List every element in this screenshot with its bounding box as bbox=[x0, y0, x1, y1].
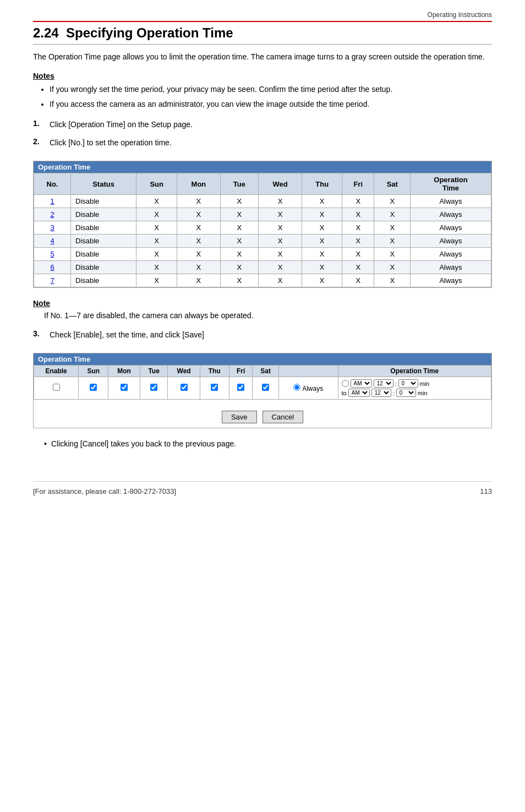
row-sun: X bbox=[136, 195, 177, 208]
form-sun-cell bbox=[79, 377, 108, 400]
row-sat: X bbox=[374, 195, 411, 208]
always-radio[interactable] bbox=[293, 384, 300, 391]
cancel-note-text: Clicking [Cancel] takes you back to the … bbox=[51, 439, 236, 448]
form-op-time-cell: AMPM 121234567891011 : 0153045 min bbox=[338, 377, 491, 400]
row-no[interactable]: 7 bbox=[34, 274, 71, 287]
tue-checkbox[interactable] bbox=[150, 384, 157, 391]
enable-checkbox[interactable] bbox=[53, 384, 60, 391]
row-sat: X bbox=[374, 248, 411, 261]
col-mon: Mon bbox=[177, 173, 220, 195]
note-text-2: If No. 1—7 are disabled, the camera can … bbox=[44, 310, 492, 321]
to-time-row: to AMPM 121234567891011 : 0153045 bbox=[342, 389, 488, 397]
row-thu: X bbox=[302, 261, 342, 274]
row-status: Disable bbox=[71, 235, 136, 248]
col-sat: Sat bbox=[374, 173, 411, 195]
row-no[interactable]: 5 bbox=[34, 248, 71, 261]
row-mon: X bbox=[177, 195, 220, 208]
to-min-select[interactable]: 0153045 bbox=[396, 389, 416, 397]
row-op-time: Always bbox=[411, 248, 491, 261]
row-wed: X bbox=[258, 221, 302, 235]
row-thu: X bbox=[302, 274, 342, 287]
form-fri-cell bbox=[229, 377, 252, 400]
save-button[interactable]: Save bbox=[222, 411, 257, 423]
col-fri: Fri bbox=[342, 173, 374, 195]
row-thu: X bbox=[302, 235, 342, 248]
row-thu: X bbox=[302, 221, 342, 235]
row-sat: X bbox=[374, 208, 411, 221]
from-time-row: AMPM 121234567891011 : 0153045 min bbox=[342, 379, 488, 388]
from-hour-select[interactable]: 121234567891011 bbox=[374, 379, 393, 388]
row-no[interactable]: 4 bbox=[34, 235, 71, 248]
row-sun: X bbox=[136, 208, 177, 221]
form-sat-cell bbox=[253, 377, 279, 400]
row-tue: X bbox=[220, 274, 258, 287]
mon-checkbox[interactable] bbox=[121, 384, 128, 391]
row-op-time: Always bbox=[411, 195, 491, 208]
row-tue: X bbox=[220, 208, 258, 221]
cancel-button[interactable]: Cancel bbox=[262, 411, 303, 423]
wed-checkbox[interactable] bbox=[181, 384, 188, 391]
notes-heading: Notes bbox=[33, 72, 492, 80]
row-status: Disable bbox=[71, 195, 136, 208]
step-1-text: Click [Operation Time] on the Setup page… bbox=[50, 119, 193, 130]
operation-table-wrapper: Operation Time No. Status Sun Mon Tue We… bbox=[33, 161, 492, 288]
row-mon: X bbox=[177, 208, 220, 221]
note-heading-2: Note bbox=[33, 299, 492, 308]
row-fri: X bbox=[342, 208, 374, 221]
form-tue-cell bbox=[140, 377, 168, 400]
row-no[interactable]: 3 bbox=[34, 221, 71, 235]
row-fri: X bbox=[342, 235, 374, 248]
from-min-select[interactable]: 0153045 bbox=[398, 379, 418, 388]
row-tue: X bbox=[220, 248, 258, 261]
row-wed: X bbox=[258, 248, 302, 261]
col-tue: Tue bbox=[220, 173, 258, 195]
row-op-time: Always bbox=[411, 235, 491, 248]
notes-block: Notes If you wrongly set the time period… bbox=[33, 72, 492, 110]
row-wed: X bbox=[258, 195, 302, 208]
to-colon: : bbox=[393, 390, 395, 396]
thu-checkbox[interactable] bbox=[211, 384, 218, 391]
row-mon: X bbox=[177, 248, 220, 261]
form-table-title: Operation Time bbox=[34, 353, 491, 365]
form-mon-cell bbox=[108, 377, 140, 400]
row-fri: X bbox=[342, 221, 374, 235]
row-fri: X bbox=[342, 248, 374, 261]
to-hour-select[interactable]: 121234567891011 bbox=[371, 389, 391, 397]
form-col-thu: Thu bbox=[200, 366, 229, 377]
col-thu: Thu bbox=[302, 173, 342, 195]
row-thu: X bbox=[302, 195, 342, 208]
row-thu: X bbox=[302, 248, 342, 261]
from-radio[interactable] bbox=[342, 380, 349, 387]
row-mon: X bbox=[177, 274, 220, 287]
form-table-header-row: Enable Sun Mon Tue Wed Thu Fri Sat Opera… bbox=[34, 366, 491, 377]
row-no[interactable]: 6 bbox=[34, 261, 71, 274]
table-row: 3 Disable X X X X X X X Always bbox=[34, 221, 491, 235]
row-no[interactable]: 2 bbox=[34, 208, 71, 221]
row-mon: X bbox=[177, 221, 220, 235]
section-title: 2.24 Specifying Operation Time bbox=[33, 25, 492, 45]
row-wed: X bbox=[258, 261, 302, 274]
col-op-time: OperationTime bbox=[411, 173, 491, 195]
operation-table: No. Status Sun Mon Tue Wed Thu Fri Sat O… bbox=[34, 173, 491, 287]
row-op-time: Always bbox=[411, 274, 491, 287]
row-sun: X bbox=[136, 235, 177, 248]
row-sat: X bbox=[374, 235, 411, 248]
to-min-label: min bbox=[418, 390, 428, 396]
form-col-sun: Sun bbox=[79, 366, 108, 377]
to-ampm-select[interactable]: AMPM bbox=[348, 389, 370, 397]
row-status: Disable bbox=[71, 208, 136, 221]
row-tue: X bbox=[220, 221, 258, 235]
footer-assistance: [For assistance, please call: 1-800-272-… bbox=[33, 487, 176, 495]
fri-checkbox[interactable] bbox=[237, 384, 244, 391]
form-wed-cell bbox=[168, 377, 200, 400]
form-always-cell: Always bbox=[279, 377, 338, 400]
sun-checkbox[interactable] bbox=[90, 384, 97, 391]
from-ampm-select[interactable]: AMPM bbox=[351, 379, 372, 388]
row-sun: X bbox=[136, 274, 177, 287]
row-tue: X bbox=[220, 261, 258, 274]
row-fri: X bbox=[342, 274, 374, 287]
sat-checkbox[interactable] bbox=[262, 384, 269, 391]
row-fri: X bbox=[342, 261, 374, 274]
step-3-num: 3. bbox=[33, 329, 50, 338]
row-no[interactable]: 1 bbox=[34, 195, 71, 208]
